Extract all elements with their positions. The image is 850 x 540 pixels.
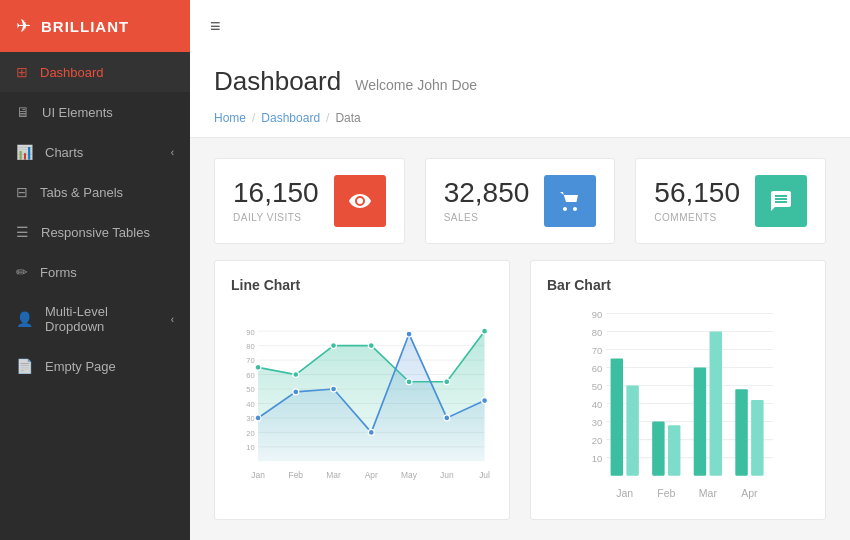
bar-chart-area: 102030405060708090 JanFebMarApr bbox=[547, 303, 809, 503]
svg-rect-58 bbox=[626, 386, 638, 476]
sidebar: ✈ BRILLIANT ⊞ Dashboard 🖥 UI Elements 📊 … bbox=[0, 0, 190, 540]
nav-label-forms: Forms bbox=[40, 265, 77, 280]
stat-icon-box bbox=[544, 175, 596, 227]
svg-text:90: 90 bbox=[592, 309, 603, 320]
svg-text:Mar: Mar bbox=[699, 487, 718, 499]
stat-info: 32,850 SALES bbox=[444, 179, 530, 223]
svg-text:70: 70 bbox=[246, 356, 254, 365]
bar-chart-card: Bar Chart 102030405060708090 JanFebMarAp… bbox=[530, 260, 826, 520]
stat-card-daily-visits: 16,150 DAILY VISITS bbox=[214, 158, 405, 244]
sidebar-item-responsive-tables[interactable]: ☰ Responsive Tables bbox=[0, 212, 190, 252]
svg-point-22 bbox=[406, 379, 412, 385]
svg-point-24 bbox=[482, 328, 488, 334]
page-title-row: Dashboard Welcome John Doe bbox=[214, 66, 826, 97]
svg-text:30: 30 bbox=[246, 414, 254, 423]
sidebar-item-charts[interactable]: 📊 Charts ‹ bbox=[0, 132, 190, 172]
sidebar-item-forms[interactable]: ✏ Forms bbox=[0, 252, 190, 292]
nav-label-dashboard: Dashboard bbox=[40, 65, 104, 80]
breadcrumb-dashboard[interactable]: Dashboard bbox=[261, 111, 320, 125]
svg-text:Apr: Apr bbox=[741, 487, 758, 499]
stat-icon-box bbox=[755, 175, 807, 227]
line-chart-area: 102030405060708090 JanFebMarAprMayJunJul bbox=[231, 303, 493, 503]
svg-rect-59 bbox=[652, 422, 664, 476]
charts-row: Line Chart 102030405060708090 JanFebMarA… bbox=[190, 260, 850, 540]
bar-chart-title: Bar Chart bbox=[547, 277, 809, 293]
svg-text:10: 10 bbox=[246, 443, 254, 452]
sidebar-item-dashboard[interactable]: ⊞ Dashboard bbox=[0, 52, 190, 92]
nav-icon-empty-page: 📄 bbox=[16, 358, 33, 374]
svg-text:40: 40 bbox=[592, 399, 603, 410]
nav-label-responsive-tables: Responsive Tables bbox=[41, 225, 150, 240]
svg-point-26 bbox=[293, 389, 299, 395]
brand-name: BRILLIANT bbox=[41, 18, 129, 35]
svg-rect-61 bbox=[694, 368, 706, 476]
svg-text:10: 10 bbox=[592, 453, 603, 464]
svg-text:60: 60 bbox=[246, 371, 254, 380]
nav-icon-responsive-tables: ☰ bbox=[16, 224, 29, 240]
stat-info: 56,150 COMMENTS bbox=[654, 179, 740, 223]
svg-point-27 bbox=[331, 386, 337, 392]
line-chart-card: Line Chart 102030405060708090 JanFebMarA… bbox=[214, 260, 510, 520]
nav-label-charts: Charts bbox=[45, 145, 83, 160]
nav-icon-forms: ✏ bbox=[16, 264, 28, 280]
svg-text:Jan: Jan bbox=[251, 470, 265, 480]
svg-point-25 bbox=[255, 415, 261, 421]
svg-text:Jul: Jul bbox=[479, 470, 490, 480]
page-header: Dashboard Welcome John Doe Home / Dashbo… bbox=[190, 52, 850, 138]
svg-text:80: 80 bbox=[246, 342, 254, 351]
svg-point-21 bbox=[368, 343, 374, 349]
nav-icon-ui-elements: 🖥 bbox=[16, 104, 30, 120]
svg-point-31 bbox=[482, 398, 488, 404]
sidebar-item-tabs-panels[interactable]: ⊟ Tabs & Panels bbox=[0, 172, 190, 212]
page-welcome: Welcome John Doe bbox=[355, 77, 477, 93]
nav-label-multi-level: Multi-Level Dropdown bbox=[45, 304, 171, 334]
svg-text:70: 70 bbox=[592, 345, 603, 356]
stats-row: 16,150 DAILY VISITS 32,850 SALES 56,150 … bbox=[190, 138, 850, 260]
svg-text:Mar: Mar bbox=[326, 470, 341, 480]
sidebar-item-empty-page[interactable]: 📄 Empty Page bbox=[0, 346, 190, 386]
svg-text:Jan: Jan bbox=[616, 487, 633, 499]
line-chart-title: Line Chart bbox=[231, 277, 493, 293]
sidebar-item-multi-level[interactable]: 👤 Multi-Level Dropdown ‹ bbox=[0, 292, 190, 346]
breadcrumb: Home / Dashboard / Data bbox=[214, 105, 826, 127]
nav-label-tabs-panels: Tabs & Panels bbox=[40, 185, 123, 200]
svg-text:30: 30 bbox=[592, 417, 603, 428]
stat-card-sales: 32,850 SALES bbox=[425, 158, 616, 244]
svg-text:May: May bbox=[401, 470, 418, 480]
svg-point-19 bbox=[293, 372, 299, 378]
breadcrumb-home[interactable]: Home bbox=[214, 111, 246, 125]
stat-value: 56,150 bbox=[654, 179, 740, 207]
nav-icon-multi-level: 👤 bbox=[16, 311, 33, 327]
stat-info: 16,150 DAILY VISITS bbox=[233, 179, 319, 223]
stat-label: DAILY VISITS bbox=[233, 212, 319, 223]
main-content: ≡ Dashboard Welcome John Doe Home / Dash… bbox=[190, 0, 850, 540]
sidebar-nav: ⊞ Dashboard 🖥 UI Elements 📊 Charts ‹⊟ Ta… bbox=[0, 52, 190, 386]
hamburger-icon[interactable]: ≡ bbox=[210, 16, 221, 37]
page-title: Dashboard bbox=[214, 66, 341, 97]
svg-rect-57 bbox=[611, 359, 623, 476]
svg-text:20: 20 bbox=[246, 429, 254, 438]
sidebar-header: ✈ BRILLIANT bbox=[0, 0, 190, 52]
stat-icon-box bbox=[334, 175, 386, 227]
breadcrumb-current: Data bbox=[335, 111, 360, 125]
nav-icon-tabs-panels: ⊟ bbox=[16, 184, 28, 200]
nav-label-ui-elements: UI Elements bbox=[42, 105, 113, 120]
svg-text:20: 20 bbox=[592, 435, 603, 446]
stat-label: COMMENTS bbox=[654, 212, 740, 223]
svg-rect-62 bbox=[710, 332, 722, 476]
content-area: Dashboard Welcome John Doe Home / Dashbo… bbox=[190, 52, 850, 540]
svg-point-20 bbox=[331, 343, 337, 349]
svg-text:Feb: Feb bbox=[289, 470, 304, 480]
stat-card-comments: 56,150 COMMENTS bbox=[635, 158, 826, 244]
nav-icon-charts: 📊 bbox=[16, 144, 33, 160]
svg-text:80: 80 bbox=[592, 327, 603, 338]
svg-point-23 bbox=[444, 379, 450, 385]
topbar: ≡ bbox=[190, 0, 850, 52]
svg-rect-60 bbox=[668, 425, 680, 475]
svg-text:50: 50 bbox=[592, 381, 603, 392]
stat-value: 16,150 bbox=[233, 179, 319, 207]
nav-arrow-charts: ‹ bbox=[171, 147, 174, 158]
nav-arrow-multi-level: ‹ bbox=[171, 314, 174, 325]
svg-point-29 bbox=[406, 331, 412, 337]
sidebar-item-ui-elements[interactable]: 🖥 UI Elements bbox=[0, 92, 190, 132]
